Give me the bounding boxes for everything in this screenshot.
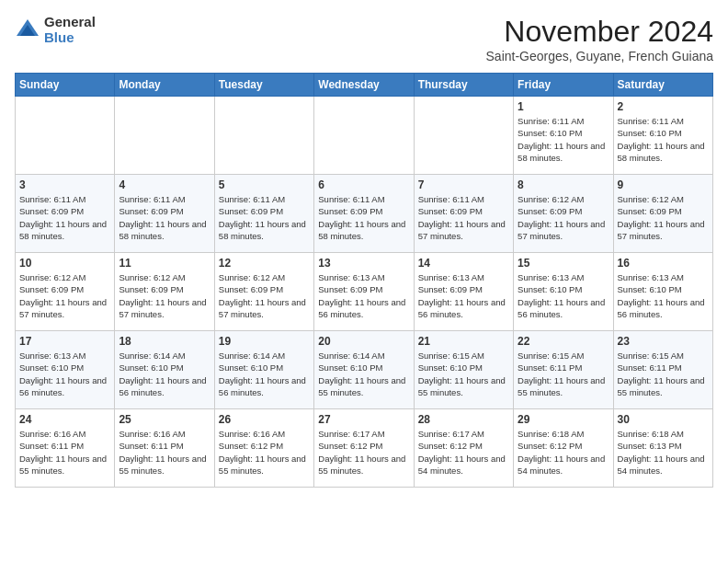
day-info: Sunrise: 6:16 AM Sunset: 6:11 PM Dayligh… [19, 428, 110, 477]
logo-general-text: General [44, 15, 96, 30]
day-info: Sunrise: 6:11 AM Sunset: 6:09 PM Dayligh… [219, 193, 310, 242]
day-number: 24 [19, 413, 110, 426]
day-info: Sunrise: 6:11 AM Sunset: 6:10 PM Dayligh… [518, 115, 609, 164]
day-info: Sunrise: 6:16 AM Sunset: 6:12 PM Dayligh… [219, 428, 310, 477]
day-info: Sunrise: 6:13 AM Sunset: 6:09 PM Dayligh… [418, 271, 509, 320]
month-title: November 2024 [486, 15, 713, 49]
day-cell: 14Sunrise: 6:13 AM Sunset: 6:09 PM Dayli… [414, 253, 513, 331]
day-cell: 16Sunrise: 6:13 AM Sunset: 6:10 PM Dayli… [613, 253, 712, 331]
day-info: Sunrise: 6:14 AM Sunset: 6:10 PM Dayligh… [119, 350, 210, 398]
day-cell: 29Sunrise: 6:18 AM Sunset: 6:12 PM Dayli… [514, 409, 613, 488]
day-number: 1 [518, 100, 609, 113]
day-cell: 1Sunrise: 6:11 AM Sunset: 6:10 PM Daylig… [514, 97, 613, 175]
day-number: 3 [19, 178, 110, 191]
day-number: 10 [19, 257, 110, 270]
day-number: 21 [418, 335, 509, 348]
day-cell: 20Sunrise: 6:14 AM Sunset: 6:10 PM Dayli… [314, 331, 414, 409]
day-info: Sunrise: 6:12 AM Sunset: 6:09 PM Dayligh… [119, 271, 210, 320]
day-cell: 5Sunrise: 6:11 AM Sunset: 6:09 PM Daylig… [214, 175, 313, 253]
day-info: Sunrise: 6:15 AM Sunset: 6:11 PM Dayligh… [618, 350, 709, 398]
location-subtitle: Saint-Georges, Guyane, French Guiana [486, 49, 713, 63]
day-cell: 18Sunrise: 6:14 AM Sunset: 6:10 PM Dayli… [115, 331, 214, 409]
day-info: Sunrise: 6:16 AM Sunset: 6:11 PM Dayligh… [119, 428, 210, 477]
day-info: Sunrise: 6:12 AM Sunset: 6:09 PM Dayligh… [19, 271, 110, 320]
weekday-header-saturday: Saturday [613, 74, 712, 97]
day-info: Sunrise: 6:14 AM Sunset: 6:10 PM Dayligh… [219, 350, 310, 398]
day-cell: 13Sunrise: 6:13 AM Sunset: 6:09 PM Dayli… [314, 253, 414, 331]
day-cell: 17Sunrise: 6:13 AM Sunset: 6:10 PM Dayli… [16, 331, 115, 409]
day-cell: 30Sunrise: 6:18 AM Sunset: 6:13 PM Dayli… [613, 409, 712, 488]
day-cell: 8Sunrise: 6:12 AM Sunset: 6:09 PM Daylig… [514, 175, 613, 253]
week-row-3: 10Sunrise: 6:12 AM Sunset: 6:09 PM Dayli… [16, 253, 713, 331]
day-number: 28 [418, 413, 509, 426]
day-info: Sunrise: 6:13 AM Sunset: 6:09 PM Dayligh… [318, 271, 409, 320]
day-cell: 19Sunrise: 6:14 AM Sunset: 6:10 PM Dayli… [214, 331, 313, 409]
day-info: Sunrise: 6:11 AM Sunset: 6:09 PM Dayligh… [119, 193, 210, 242]
day-info: Sunrise: 6:17 AM Sunset: 6:12 PM Dayligh… [318, 428, 409, 477]
day-cell: 28Sunrise: 6:17 AM Sunset: 6:12 PM Dayli… [414, 409, 513, 488]
day-cell: 6Sunrise: 6:11 AM Sunset: 6:09 PM Daylig… [314, 175, 414, 253]
day-cell: 23Sunrise: 6:15 AM Sunset: 6:11 PM Dayli… [613, 331, 712, 409]
day-number: 23 [618, 335, 709, 348]
day-info: Sunrise: 6:12 AM Sunset: 6:09 PM Dayligh… [518, 193, 609, 242]
day-number: 5 [219, 178, 310, 191]
day-number: 11 [119, 257, 210, 270]
weekday-header-row: SundayMondayTuesdayWednesdayThursdayFrid… [16, 74, 713, 97]
week-row-2: 3Sunrise: 6:11 AM Sunset: 6:09 PM Daylig… [16, 175, 713, 253]
day-cell: 26Sunrise: 6:16 AM Sunset: 6:12 PM Dayli… [214, 409, 313, 488]
logo: General Blue [15, 15, 96, 45]
title-block: November 2024 Saint-Georges, Guyane, Fre… [486, 15, 713, 63]
logo-blue-text: Blue [44, 30, 96, 46]
day-info: Sunrise: 6:11 AM Sunset: 6:09 PM Dayligh… [418, 193, 509, 242]
day-cell: 4Sunrise: 6:11 AM Sunset: 6:09 PM Daylig… [115, 175, 214, 253]
day-cell: 22Sunrise: 6:15 AM Sunset: 6:11 PM Dayli… [514, 331, 613, 409]
day-cell: 25Sunrise: 6:16 AM Sunset: 6:11 PM Dayli… [115, 409, 214, 488]
day-number: 17 [19, 335, 110, 348]
day-number: 20 [318, 335, 409, 348]
day-number: 2 [618, 100, 709, 113]
day-cell [214, 97, 313, 175]
week-row-1: 1Sunrise: 6:11 AM Sunset: 6:10 PM Daylig… [16, 97, 713, 175]
day-number: 18 [119, 335, 210, 348]
day-number: 19 [219, 335, 310, 348]
day-info: Sunrise: 6:11 AM Sunset: 6:09 PM Dayligh… [19, 193, 110, 242]
day-info: Sunrise: 6:13 AM Sunset: 6:10 PM Dayligh… [19, 350, 110, 398]
day-cell: 3Sunrise: 6:11 AM Sunset: 6:09 PM Daylig… [16, 175, 115, 253]
weekday-header-wednesday: Wednesday [314, 74, 414, 97]
day-number: 13 [318, 257, 409, 270]
week-row-4: 17Sunrise: 6:13 AM Sunset: 6:10 PM Dayli… [16, 331, 713, 409]
day-number: 6 [318, 178, 409, 191]
day-number: 7 [418, 178, 509, 191]
day-info: Sunrise: 6:15 AM Sunset: 6:11 PM Dayligh… [518, 350, 609, 398]
day-cell: 7Sunrise: 6:11 AM Sunset: 6:09 PM Daylig… [414, 175, 513, 253]
day-cell: 27Sunrise: 6:17 AM Sunset: 6:12 PM Dayli… [314, 409, 414, 488]
day-cell [115, 97, 214, 175]
day-info: Sunrise: 6:18 AM Sunset: 6:13 PM Dayligh… [618, 428, 709, 477]
day-number: 8 [518, 178, 609, 191]
day-cell: 24Sunrise: 6:16 AM Sunset: 6:11 PM Dayli… [16, 409, 115, 488]
day-info: Sunrise: 6:14 AM Sunset: 6:10 PM Dayligh… [318, 350, 409, 398]
day-cell: 21Sunrise: 6:15 AM Sunset: 6:10 PM Dayli… [414, 331, 513, 409]
day-info: Sunrise: 6:18 AM Sunset: 6:12 PM Dayligh… [518, 428, 609, 477]
day-number: 9 [618, 178, 709, 191]
weekday-header-thursday: Thursday [414, 74, 513, 97]
weekday-header-tuesday: Tuesday [214, 74, 313, 97]
day-number: 4 [119, 178, 210, 191]
day-cell: 2Sunrise: 6:11 AM Sunset: 6:10 PM Daylig… [613, 97, 712, 175]
page-header: General Blue November 2024 Saint-Georges… [15, 15, 713, 63]
day-cell: 11Sunrise: 6:12 AM Sunset: 6:09 PM Dayli… [115, 253, 214, 331]
day-cell [314, 97, 414, 175]
day-cell: 15Sunrise: 6:13 AM Sunset: 6:10 PM Dayli… [514, 253, 613, 331]
day-info: Sunrise: 6:11 AM Sunset: 6:10 PM Dayligh… [618, 115, 709, 164]
day-number: 30 [618, 413, 709, 426]
logo-icon [15, 17, 40, 43]
weekday-header-sunday: Sunday [16, 74, 115, 97]
calendar-table: SundayMondayTuesdayWednesdayThursdayFrid… [15, 73, 713, 488]
day-info: Sunrise: 6:15 AM Sunset: 6:10 PM Dayligh… [418, 350, 509, 398]
day-number: 14 [418, 257, 509, 270]
day-number: 22 [518, 335, 609, 348]
day-info: Sunrise: 6:13 AM Sunset: 6:10 PM Dayligh… [618, 271, 709, 320]
day-cell: 9Sunrise: 6:12 AM Sunset: 6:09 PM Daylig… [613, 175, 712, 253]
day-number: 25 [119, 413, 210, 426]
day-number: 27 [318, 413, 409, 426]
